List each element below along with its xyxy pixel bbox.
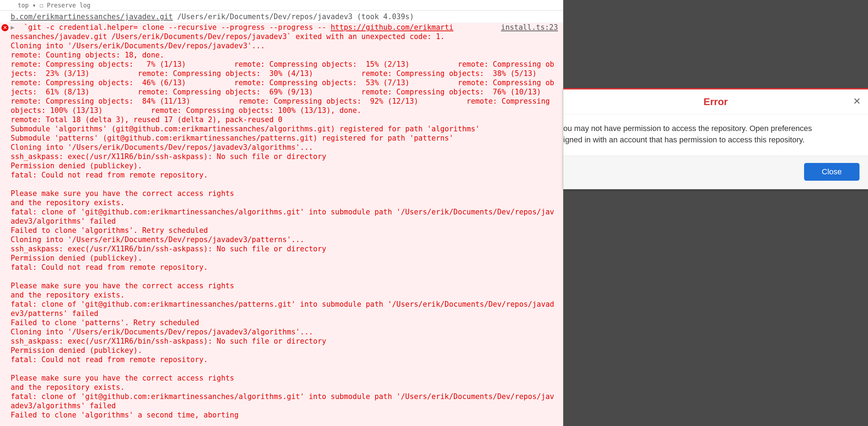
console-error-body: nessanches/javadev.git /Users/erik/Docum… — [11, 32, 563, 419]
console-toolbar-fragment: top ▾ ☐ Preserve log — [0, 0, 563, 11]
dialog-body: ou may not have permission to access the… — [563, 114, 868, 156]
console-summary-rest: /Users/erik/Documents/Dev/repos/javadev3… — [173, 12, 414, 21]
dialog-close-x-button[interactable]: ✕ — [853, 97, 861, 106]
close-icon: ✕ — [853, 96, 861, 106]
console-log-summary: b.com/erikmartinessanches/javadev.git /U… — [0, 11, 563, 23]
console-error-message: `git -c credential.helper= clone --recur… — [0, 22, 563, 426]
devtools-console-panel: top ▾ ☐ Preserve log b.com/erikmartiness… — [0, 0, 563, 426]
git-clone-url-link[interactable]: https://github.com/erikmarti — [331, 23, 454, 32]
close-button[interactable]: Close — [804, 163, 859, 181]
dialog-title: Error — [704, 96, 728, 108]
dialog-footer: Close — [563, 156, 868, 189]
console-summary-url[interactable]: b.com/erikmartinessanches/javadev.git — [11, 12, 173, 21]
dialog-body-line2: igned in with an account that has permis… — [563, 134, 858, 146]
error-dialog: Error ✕ ou may not have permission to ac… — [563, 88, 868, 189]
dialog-body-line1: ou may not have permission to access the… — [563, 123, 858, 134]
app-background — [563, 0, 868, 426]
dialog-header: Error ✕ — [563, 89, 868, 114]
cmd-prefix-text: `git -c credential.helper= clone --recur… — [24, 23, 331, 32]
